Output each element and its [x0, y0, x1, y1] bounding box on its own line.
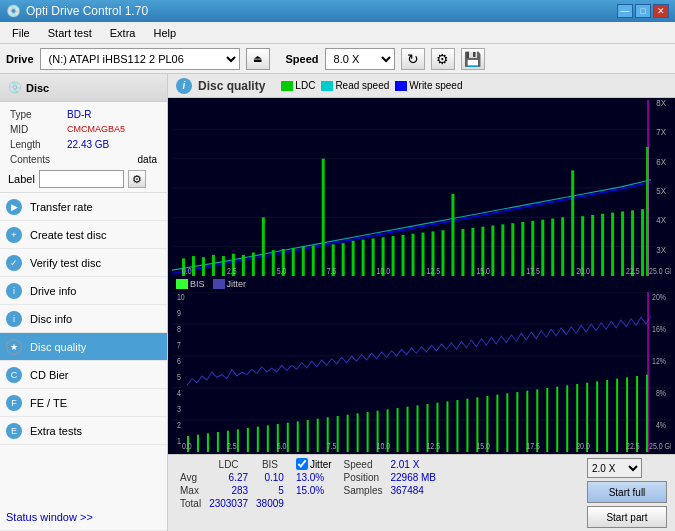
sidebar-item-verify-test-disc[interactable]: ✓ Verify test disc [0, 249, 167, 277]
minimize-button[interactable]: — [617, 4, 633, 18]
disc-quality-header: i Disc quality LDC Read speed Write spee… [168, 74, 675, 98]
sidebar-item-disc-quality[interactable]: ★ Disc quality [0, 333, 167, 361]
svg-text:5.0: 5.0 [277, 266, 287, 276]
sidebar-item-disc-info[interactable]: i Disc info [0, 305, 167, 333]
svg-rect-25 [312, 245, 315, 276]
title-bar-left: 💿 Opti Drive Control 1.70 [6, 4, 148, 18]
disc-quality-icon: ★ [6, 339, 22, 355]
sidebar-item-extra-tests[interactable]: E Extra tests [0, 417, 167, 445]
svg-rect-119 [456, 400, 458, 452]
title-bar: 💿 Opti Drive Control 1.70 — □ ✕ [0, 0, 675, 22]
sidebar-item-transfer-rate[interactable]: ▶ Transfer rate [0, 193, 167, 221]
disc-contents-label: Contents [10, 153, 65, 166]
svg-rect-120 [466, 399, 468, 452]
stats-max-row: Max 283 5 [176, 484, 288, 497]
menu-file[interactable]: File [4, 25, 38, 41]
sidebar-nav: ▶ Transfer rate + Create test disc ✓ Ver… [0, 193, 167, 531]
svg-rect-19 [252, 253, 255, 276]
svg-text:6: 6 [177, 356, 181, 366]
bis-legend-color [176, 279, 188, 289]
eject-button[interactable]: ⏏ [246, 48, 270, 70]
start-part-button[interactable]: Start part [587, 506, 667, 528]
label-field-label: Label [8, 173, 35, 185]
svg-text:2: 2 [177, 420, 181, 430]
bottom-chart-svg: 20% 16% 12% 8% 4% 10 9 8 7 6 5 4 3 2 1 [172, 292, 671, 452]
svg-rect-16 [222, 256, 225, 276]
disc-mid-row: MID CMCMAGBA5 [10, 123, 157, 136]
disc-type-value: BD-R [67, 108, 157, 121]
sidebar-item-drive-info[interactable]: i Drive info [0, 277, 167, 305]
svg-rect-49 [551, 219, 554, 276]
app-title: Opti Drive Control 1.70 [26, 4, 148, 18]
svg-text:12.5: 12.5 [426, 266, 440, 276]
menu-bar: File Start test Extra Help [0, 22, 675, 44]
status-window-button[interactable]: Status window >> [0, 503, 167, 531]
speed-combo-select[interactable]: 2.0 X [587, 458, 642, 478]
stats-empty-header [176, 458, 205, 471]
svg-rect-118 [446, 401, 448, 452]
menu-extra[interactable]: Extra [102, 25, 144, 41]
svg-text:0.0: 0.0 [182, 266, 192, 276]
label-icon-button[interactable]: ⚙ [128, 170, 146, 188]
sidebar-item-cd-bier[interactable]: C CD Bier [0, 361, 167, 389]
top-chart: 8X 7X 6X 5X 4X 3X [172, 100, 671, 276]
svg-text:25.0 GB: 25.0 GB [649, 266, 671, 276]
disc-length-label: Length [10, 138, 65, 151]
svg-text:20.0: 20.0 [576, 441, 590, 451]
svg-text:20%: 20% [652, 292, 667, 302]
svg-rect-110 [367, 412, 369, 452]
start-full-button[interactable]: Start full [587, 481, 667, 503]
stats-avg-row: Avg 6.27 0.10 [176, 471, 288, 484]
legend-read-speed: Read speed [321, 80, 389, 91]
svg-text:7.5: 7.5 [327, 441, 337, 451]
svg-text:7: 7 [177, 340, 181, 350]
speed-value-cell: 2.01 X [386, 458, 440, 471]
legend-write-speed: Write speed [395, 80, 462, 91]
svg-text:5: 5 [177, 372, 181, 382]
svg-text:8X: 8X [656, 100, 666, 108]
refresh-button[interactable]: ↻ [401, 48, 425, 70]
svg-text:12%: 12% [652, 356, 667, 366]
maximize-button[interactable]: □ [635, 4, 651, 18]
svg-text:15.0: 15.0 [476, 266, 490, 276]
svg-rect-129 [556, 387, 558, 452]
samples-label-cell: Samples [340, 484, 387, 497]
transfer-rate-icon: ▶ [6, 199, 22, 215]
disc-mid-value: CMCMAGBA5 [67, 123, 157, 136]
close-button[interactable]: ✕ [653, 4, 669, 18]
stats-max-label: Max [176, 484, 205, 497]
settings-button[interactable]: ⚙ [431, 48, 455, 70]
sidebar-item-fe-te[interactable]: F FE / TE [0, 389, 167, 417]
legend-ldc: LDC [281, 80, 315, 91]
svg-rect-29 [352, 241, 355, 276]
svg-rect-124 [506, 393, 508, 452]
position-row: Position 22968 MB [340, 471, 441, 484]
speed-select[interactable]: 8.0 X [325, 48, 395, 70]
disc-length-value: 22.43 GB [67, 138, 157, 151]
main-layout: 💿 Disc Type BD-R MID CMCMAGBA5 Length 22… [0, 74, 675, 531]
svg-rect-135 [616, 379, 618, 452]
top-chart-svg: 8X 7X 6X 5X 4X 3X [172, 100, 671, 276]
disc-header: 💿 Disc [0, 74, 167, 102]
jitter-checkbox[interactable] [296, 458, 308, 470]
svg-text:10: 10 [177, 292, 185, 302]
menu-help[interactable]: Help [145, 25, 184, 41]
svg-text:25.0 GB: 25.0 GB [649, 441, 671, 451]
menu-start-test[interactable]: Start test [40, 25, 100, 41]
speed-position-panel: Speed 2.01 X Position 22968 MB Samples 3… [340, 458, 441, 497]
svg-rect-115 [417, 405, 419, 452]
drive-info-icon: i [6, 283, 22, 299]
label-input[interactable] [39, 170, 124, 188]
save-button[interactable]: 💾 [461, 48, 485, 70]
svg-rect-130 [566, 385, 568, 452]
speed-row: Speed 2.01 X [340, 458, 441, 471]
cd-bier-icon: C [6, 367, 22, 383]
drive-select[interactable]: (N:) ATAPI iHBS112 2 PL06 [40, 48, 240, 70]
svg-rect-48 [541, 220, 544, 276]
svg-rect-94 [207, 433, 209, 452]
svg-rect-33 [392, 236, 395, 276]
svg-text:0.0: 0.0 [182, 441, 192, 451]
sidebar-item-create-test-disc[interactable]: + Create test disc [0, 221, 167, 249]
svg-rect-15 [212, 255, 215, 276]
disc-contents-row: Contents data [10, 153, 157, 166]
